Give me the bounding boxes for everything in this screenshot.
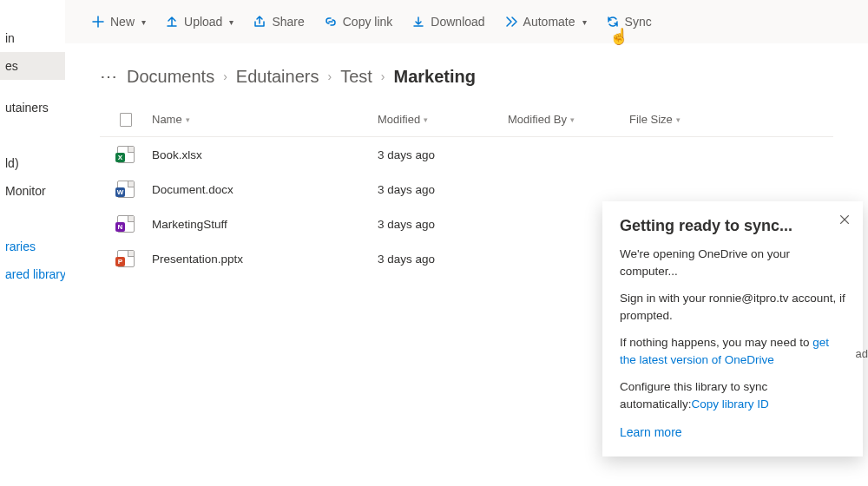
sidebar-item[interactable]: utainers xyxy=(0,94,65,122)
file-modified: 3 days ago xyxy=(378,183,508,196)
table-row[interactable]: XBook.xlsx3 days ago xyxy=(100,137,833,172)
copy-link-label: Copy link xyxy=(343,15,393,29)
chevron-down-icon: ▾ xyxy=(424,115,428,124)
file-icon: X xyxy=(117,146,135,163)
chevron-down-icon: ▾ xyxy=(229,17,233,27)
file-name: MarketingStuff xyxy=(152,218,378,231)
dialog-text: We're opening OneDrive on your computer.… xyxy=(620,246,845,279)
sync-button[interactable]: Sync ☝ xyxy=(606,15,652,29)
new-button[interactable]: New ▾ xyxy=(91,15,146,29)
file-name: Presentation.pptx xyxy=(152,253,378,266)
dialog-title: Getting ready to sync... xyxy=(620,217,845,235)
sidebar-item[interactable]: ld) xyxy=(0,149,65,177)
upload-label: Upload xyxy=(184,15,222,29)
breadcrumb: ⋯ Documents › Edutainers › Test › Market… xyxy=(65,43,868,102)
file-modified: 3 days ago xyxy=(378,218,508,231)
learn-more-link[interactable]: Learn more xyxy=(620,425,845,439)
col-modified-by[interactable]: Modified By▾ xyxy=(508,113,629,126)
file-icon: P xyxy=(117,250,135,267)
breadcrumb-overflow[interactable]: ⋯ xyxy=(100,66,118,87)
sidebar-item[interactable]: in xyxy=(0,24,65,52)
dialog-text: Configure this library to sync automatic… xyxy=(620,378,845,412)
file-modified: 3 days ago xyxy=(378,253,508,266)
share-icon xyxy=(253,15,266,29)
main-area: New ▾ Upload ▾ Share Copy link xyxy=(65,0,868,486)
toolbar-wrap: New ▾ Upload ▾ Share Copy link xyxy=(65,0,868,43)
chevron-down-icon: ▾ xyxy=(582,17,587,27)
file-icon: W xyxy=(117,181,135,198)
chevron-right-icon: › xyxy=(381,69,385,83)
cutoff-text: ad xyxy=(856,347,868,360)
chevron-down-icon: ▾ xyxy=(676,115,681,124)
file-icon: N xyxy=(117,215,135,233)
chevron-down-icon: ▾ xyxy=(141,17,146,27)
file-modified: 3 days ago xyxy=(378,148,508,161)
sidebar-item[interactable]: ared library xyxy=(0,260,65,288)
dialog-text: Sign in with your ronnie@itpro.tv accoun… xyxy=(620,290,845,324)
sidebar-item[interactable]: Monitor xyxy=(0,177,65,205)
new-label: New xyxy=(110,15,135,29)
breadcrumb-current: Marketing xyxy=(393,67,475,87)
upload-icon xyxy=(165,15,179,29)
automate-button[interactable]: Automate ▾ xyxy=(504,15,587,29)
col-name[interactable]: Name▾ xyxy=(152,113,378,126)
download-button[interactable]: Download xyxy=(411,15,484,29)
col-modified[interactable]: Modified▾ xyxy=(378,113,508,126)
share-label: Share xyxy=(272,15,304,29)
copy-link-button[interactable]: Copy link xyxy=(324,15,393,29)
chevron-down-icon: ▾ xyxy=(186,115,190,124)
col-icon[interactable] xyxy=(100,113,152,127)
file-icon xyxy=(120,113,132,127)
file-name: Document.docx xyxy=(152,183,378,196)
download-label: Download xyxy=(431,15,484,29)
breadcrumb-item[interactable]: Documents xyxy=(127,67,214,87)
sync-label: Sync xyxy=(625,15,652,29)
breadcrumb-item[interactable]: Edutainers xyxy=(236,67,319,87)
dialog-text: If nothing happens, you may need to get … xyxy=(620,334,845,368)
link-icon xyxy=(324,15,338,29)
download-icon xyxy=(411,15,425,29)
table-header: Name▾ Modified▾ Modified By▾ File Size▾ xyxy=(100,102,833,137)
chevron-down-icon: ▾ xyxy=(570,115,575,124)
sync-dialog: Getting ready to sync... We're opening O… xyxy=(602,201,863,456)
chevron-right-icon: › xyxy=(327,69,332,83)
toolbar: New ▾ Upload ▾ Share Copy link xyxy=(65,0,868,43)
sidebar: in es utainers ld) Monitor raries ared l… xyxy=(0,0,65,486)
sidebar-item[interactable]: es xyxy=(0,52,65,80)
automate-label: Automate xyxy=(523,15,575,29)
close-icon[interactable] xyxy=(838,213,851,228)
sidebar-item[interactable]: raries xyxy=(0,233,65,260)
automate-icon xyxy=(504,15,518,29)
col-file-size[interactable]: File Size▾ xyxy=(629,113,725,126)
file-name: Book.xlsx xyxy=(152,148,378,161)
breadcrumb-item[interactable]: Test xyxy=(340,67,372,87)
chevron-right-icon: › xyxy=(223,69,227,83)
sync-icon xyxy=(606,15,620,29)
plus-icon xyxy=(91,15,105,29)
upload-button[interactable]: Upload ▾ xyxy=(165,15,233,29)
copy-library-id-link[interactable]: Copy library ID xyxy=(692,397,769,410)
share-button[interactable]: Share xyxy=(253,15,304,29)
